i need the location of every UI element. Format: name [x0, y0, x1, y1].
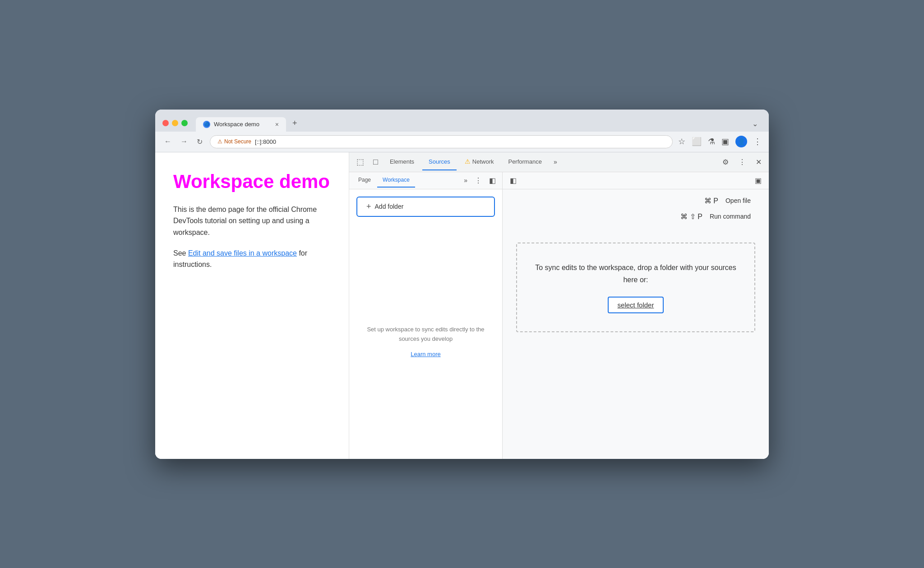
traffic-lights	[162, 120, 188, 126]
dt-right-header: ◧ ▣	[503, 172, 769, 189]
reload-button[interactable]: ↻	[195, 136, 204, 148]
active-tab[interactable]: 🔵 Workspace demo ×	[196, 117, 286, 132]
workspace-link[interactable]: Edit and save files in a workspace	[188, 249, 297, 257]
run-command-keys: ⌘ ⇧ P	[680, 212, 702, 221]
maximize-button[interactable]	[181, 120, 188, 126]
dt-sub-actions: » ⋮ ◧	[461, 174, 499, 187]
close-button[interactable]	[162, 120, 169, 126]
tab-close-button[interactable]: ×	[275, 121, 279, 128]
page-title: Workspace demo	[173, 170, 331, 193]
tab-performance[interactable]: Performance	[502, 154, 548, 170]
url-bar[interactable]: ⚠ Not Secure [::]:8000	[210, 135, 673, 148]
run-command-shortcut: ⌘ ⇧ P Run command	[521, 212, 751, 221]
page-content: Workspace demo This is the demo page for…	[155, 152, 349, 459]
drop-zone[interactable]: To sync edits to the workspace, drop a f…	[516, 243, 755, 332]
dt-right-panel: ◧ ▣ ⌘ P Open file ⌘ ⇧ P Run command	[503, 172, 769, 459]
tab-favicon: 🔵	[203, 121, 210, 128]
plus-icon: +	[366, 202, 371, 211]
learn-more-link[interactable]: Learn more	[411, 351, 440, 357]
device-toggle-button[interactable]: □	[370, 155, 382, 169]
devtools-panel: ⬚ □ Elements Sources ⚠ Network Performan…	[349, 152, 769, 459]
workspace-hint: Set up workspace to sync edits directly …	[358, 325, 493, 344]
title-bar: 🔵 Workspace demo × + ⌄	[155, 110, 769, 132]
right-sidebar-button[interactable]: ◧	[507, 174, 519, 187]
split-screen-icon[interactable]: ▣	[721, 137, 729, 147]
url-text: [::]:8000	[255, 138, 276, 145]
open-file-label: Open file	[725, 197, 751, 204]
security-indicator: ⚠ Not Secure	[217, 138, 251, 145]
tab-bar: 🔵 Workspace demo × + ⌄	[196, 115, 762, 132]
workspace-info: Set up workspace to sync edits directly …	[349, 224, 502, 459]
forward-button[interactable]: →	[179, 136, 189, 147]
network-warning-icon: ⚠	[465, 158, 471, 165]
subtab-page[interactable]: Page	[353, 173, 376, 188]
tab-network[interactable]: ⚠ Network	[458, 153, 500, 170]
devtools-header-actions: ⚙ ⋮ ✕	[719, 155, 765, 169]
minimize-button[interactable]	[172, 120, 178, 126]
subtab-workspace[interactable]: Workspace	[377, 173, 415, 188]
add-folder-button[interactable]: + Add folder	[356, 197, 495, 217]
inspect-element-button[interactable]: ⬚	[353, 154, 368, 169]
tab-expand-button[interactable]: ⌄	[748, 116, 762, 132]
browser-window: 🔵 Workspace demo × + ⌄ ← → ↻ ⚠ Not Secur…	[155, 110, 769, 459]
devtools-more-button[interactable]: ⋮	[735, 155, 749, 169]
sub-more-button[interactable]: »	[461, 175, 470, 186]
sub-menu-button[interactable]: ⋮	[472, 174, 485, 187]
tab-elements[interactable]: Elements	[383, 154, 420, 170]
extension-icon[interactable]: ⬜	[692, 137, 702, 147]
page-description: This is the demo page for the official C…	[173, 204, 331, 238]
open-file-keys: ⌘ P	[704, 197, 718, 205]
main-area: Workspace demo This is the demo page for…	[155, 152, 769, 459]
tab-title: Workspace demo	[214, 121, 259, 128]
shortcuts-area: ⌘ P Open file ⌘ ⇧ P Run command	[503, 189, 769, 228]
select-folder-button[interactable]: select folder	[608, 297, 664, 313]
toolbar-icons: ☆ ⬜ ⚗ ▣ 👤 ⋮	[678, 136, 762, 147]
right-panel-button[interactable]: ▣	[752, 174, 764, 187]
address-bar: ← → ↻ ⚠ Not Secure [::]:8000 ☆ ⬜ ⚗ ▣ 👤 ⋮	[155, 132, 769, 152]
settings-button[interactable]: ⚙	[719, 155, 732, 169]
dt-left-panel: Page Workspace » ⋮ ◧ +	[349, 172, 503, 459]
new-tab-button[interactable]: +	[287, 115, 303, 132]
devtools-close-button[interactable]: ✕	[752, 155, 765, 169]
back-button[interactable]: ←	[162, 136, 173, 147]
profile-icon[interactable]: 👤	[735, 136, 747, 147]
dt-sub-tabs: Page Workspace » ⋮ ◧	[349, 172, 502, 189]
drop-zone-text: To sync edits to the workspace, drop a f…	[531, 261, 741, 286]
run-command-label: Run command	[710, 213, 751, 220]
devtools-header: ⬚ □ Elements Sources ⚠ Network Performan…	[349, 152, 769, 172]
page-see-text: See Edit and save files in a workspace f…	[173, 247, 331, 270]
menu-icon[interactable]: ⋮	[753, 137, 762, 147]
more-tabs-button[interactable]: »	[550, 158, 561, 165]
devtools-body: Page Workspace » ⋮ ◧ +	[349, 172, 769, 459]
lab-icon[interactable]: ⚗	[708, 137, 715, 147]
sidebar-toggle-button[interactable]: ◧	[486, 174, 499, 187]
warning-triangle-icon: ⚠	[217, 138, 222, 145]
bookmark-icon[interactable]: ☆	[678, 137, 685, 147]
tab-sources[interactable]: Sources	[422, 154, 457, 170]
open-file-shortcut: ⌘ P Open file	[521, 197, 751, 205]
